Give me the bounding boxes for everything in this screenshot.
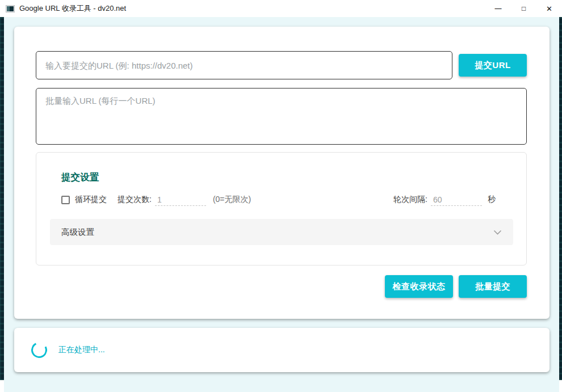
action-buttons: 检查收录状态 批量提交 — [385, 275, 527, 298]
main-card: 提交URL 提交设置 循环提交 提交次数: (0=无限次) 轮次间隔: 秒 高级… — [14, 27, 550, 319]
settings-title: 提交设置 — [61, 171, 99, 184]
settings-row: 循环提交 提交次数: (0=无限次) 轮次间隔: 秒 — [61, 191, 496, 208]
loop-submit-checkbox[interactable] — [61, 196, 70, 204]
round-interval-label: 轮次间隔: — [393, 195, 427, 205]
window-controls: — □ ✕ — [485, 0, 562, 17]
settings-box: 提交设置 循环提交 提交次数: (0=无限次) 轮次间隔: 秒 高级设置 — [36, 152, 527, 265]
batch-url-textarea[interactable] — [36, 88, 527, 145]
maximize-button[interactable]: □ — [511, 0, 536, 17]
app-icon — [6, 5, 15, 12]
url-input[interactable] — [36, 51, 452, 79]
single-url-row: 提交URL — [36, 51, 527, 79]
submit-times-input[interactable] — [155, 194, 206, 206]
round-interval-input[interactable] — [431, 194, 482, 206]
loop-submit-label: 循环提交 — [75, 195, 107, 205]
status-card: 正在处理中... — [14, 328, 550, 372]
submit-url-button[interactable]: 提交URL — [459, 54, 527, 77]
window-title: Google URL 收录工具 - dv20.net — [19, 3, 126, 14]
title-bar: Google URL 收录工具 - dv20.net — □ ✕ — [0, 0, 562, 17]
close-button[interactable]: ✕ — [536, 0, 562, 17]
submit-times-label: 提交次数: — [118, 195, 152, 205]
app-content-panel: 提交URL 提交设置 循环提交 提交次数: (0=无限次) 轮次间隔: 秒 高级… — [4, 17, 559, 392]
advanced-settings-toggle[interactable]: 高级设置 — [50, 219, 513, 245]
loading-spinner-icon — [29, 340, 49, 360]
minimize-button[interactable]: — — [485, 0, 511, 17]
interval-group: 轮次间隔: 秒 — [393, 194, 496, 206]
round-interval-unit: 秒 — [488, 195, 496, 205]
batch-submit-button[interactable]: 批量提交 — [459, 275, 527, 298]
check-index-status-button[interactable]: 检查收录状态 — [385, 275, 453, 298]
processing-status-text: 正在处理中... — [58, 345, 105, 355]
chevron-down-icon — [493, 230, 502, 235]
advanced-settings-label: 高级设置 — [61, 227, 94, 238]
submit-times-hint: (0=无限次) — [213, 195, 251, 205]
